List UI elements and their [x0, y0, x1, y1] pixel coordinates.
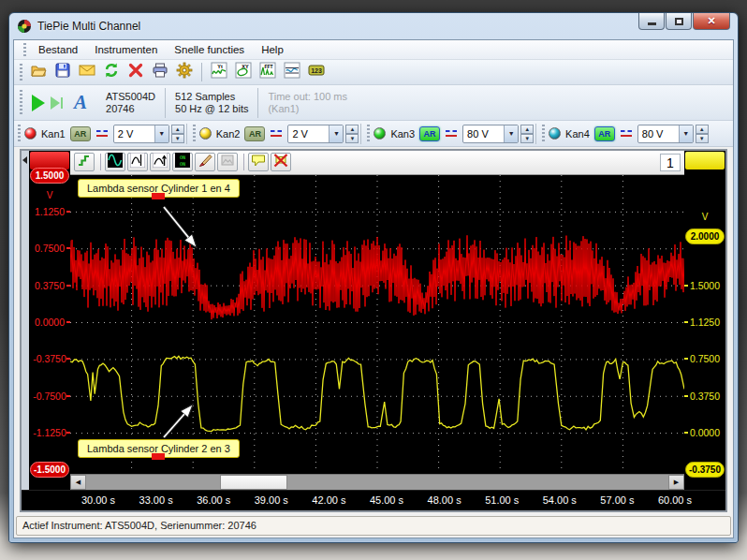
close-button[interactable]: ✕ — [693, 13, 730, 30]
dropdown-arrow-icon[interactable]: ▼ — [329, 125, 343, 142]
maximize-button[interactable] — [666, 13, 692, 30]
spinner-down-icon[interactable]: ▼ — [520, 134, 534, 143]
coupling-icon[interactable] — [445, 125, 458, 142]
annotation-label-2[interactable]: Lambda sensor Cylinder 2 en 3 — [78, 439, 240, 458]
spinner-up-icon[interactable]: ▲ — [171, 125, 184, 134]
menu-instrumenten[interactable]: Instrumenten — [86, 41, 166, 58]
xy-graph-button[interactable]: XY — [232, 61, 255, 82]
menu-help[interactable]: Help — [253, 41, 292, 58]
left-axis-max-label[interactable]: 1.5000 — [30, 168, 69, 184]
scroll-right-button[interactable]: ▶ — [668, 475, 684, 490]
pen-button[interactable] — [195, 153, 215, 171]
spinner-up-icon[interactable]: ▲ — [520, 125, 534, 134]
oneshot-measure-button[interactable] — [51, 96, 63, 110]
channel-led-indicator[interactable] — [24, 127, 37, 140]
coupling-icon[interactable] — [95, 125, 109, 142]
dropdown-arrow-icon[interactable]: ▼ — [154, 125, 168, 142]
range-select[interactable]: 80 V▼ — [462, 125, 519, 143]
autorange-button[interactable]: AR — [244, 126, 265, 141]
delete-labels-button[interactable] — [271, 153, 291, 171]
fft-graph-button[interactable]: FFT — [256, 61, 279, 82]
range-value: 80 V — [638, 128, 679, 140]
channel-led-indicator[interactable] — [549, 127, 561, 140]
add-label-button[interactable] — [248, 153, 269, 171]
autorange-button[interactable]: AR — [419, 126, 440, 141]
right-axis-min-label[interactable]: -0.3750 — [685, 462, 725, 478]
left-axis-min-label[interactable]: -1.5000 — [30, 462, 69, 478]
svg-text:ON: ON — [180, 161, 185, 167]
client-area: BestandInstrumentenSnelle functiesHelp Y… — [13, 39, 734, 538]
meter-button[interactable] — [281, 61, 303, 82]
autorange-button[interactable]: AR — [594, 126, 615, 141]
range-spinner[interactable]: ▲▼ — [696, 125, 709, 143]
save-button[interactable] — [51, 61, 74, 82]
scrollbar-thumb[interactable] — [220, 475, 287, 490]
time-tick-label: 30.00 s — [81, 494, 115, 506]
time-tick-label: 45.00 s — [370, 494, 403, 506]
minimize-button[interactable] — [638, 13, 665, 30]
annotation-handle[interactable] — [152, 193, 165, 199]
cursor-button[interactable] — [127, 153, 148, 171]
spinner-down-icon[interactable]: ▼ — [696, 134, 709, 143]
email-button[interactable] — [76, 61, 98, 82]
right-axis-tick: 1.5000 — [684, 280, 725, 291]
spinner-down-icon[interactable]: ▼ — [345, 134, 359, 143]
dropdown-arrow-icon[interactable]: ▼ — [679, 125, 693, 142]
refresh-button[interactable] — [100, 61, 123, 82]
spinner-up-icon[interactable]: ▲ — [696, 125, 709, 134]
channel-led-indicator[interactable] — [199, 127, 212, 140]
channel-kan1: Kan1AR2 V▼▲▼ — [14, 121, 184, 145]
annotation-arrow — [164, 207, 196, 246]
right-axis-unit: V — [684, 212, 725, 222]
title-bar[interactable]: TiePie Multi Channel ✕ — [9, 13, 738, 39]
right-axis-max-label[interactable]: 2.0000 — [685, 228, 725, 244]
dropdown-arrow-icon[interactable]: ▼ — [504, 125, 518, 142]
print-button[interactable] — [149, 61, 171, 82]
menu-snelle-functies[interactable]: Snelle functies — [166, 41, 253, 58]
step-mode-icon — [77, 153, 92, 171]
time-tick-label: 42.00 s — [312, 494, 345, 506]
range-select[interactable]: 80 V▼ — [637, 125, 694, 143]
axis-splitter[interactable] — [22, 151, 29, 490]
coupling-icon[interactable] — [270, 125, 283, 142]
plot-area[interactable]: Lambda sensor Cylinder 1 en 4 Lambda sen… — [70, 175, 684, 474]
right-axis-tick: 0.7500 — [684, 353, 725, 364]
autosetup-button[interactable]: A — [74, 91, 87, 114]
scrollbar-track[interactable] — [86, 475, 668, 490]
status-text: Actief Instrument: ATS5004D, Serienummer… — [22, 520, 256, 531]
menu-bestand[interactable]: Bestand — [30, 41, 86, 58]
left-axis-kan1: 1.5000V1.12500.75000.37500.0000-0.3750-0… — [29, 151, 70, 490]
range-select[interactable]: 2 V▼ — [113, 125, 169, 143]
start-measure-button[interactable] — [32, 95, 45, 111]
on-on-button[interactable]: ONON — [172, 153, 193, 171]
channel-led-indicator[interactable] — [374, 127, 386, 140]
autoscale-button[interactable] — [150, 153, 170, 171]
instrument-grip — [20, 90, 22, 114]
annotation-label-1[interactable]: Lambda sensor Cylinder 1 en 4 — [78, 179, 240, 198]
timeout-info: Time out: 100 ms (Kan1) — [258, 91, 357, 115]
sine-display-button[interactable] — [105, 153, 125, 171]
range-spinner[interactable]: ▲▼ — [171, 125, 184, 143]
spinner-down-icon[interactable]: ▼ — [171, 134, 184, 143]
left-axis-handle[interactable] — [30, 152, 69, 169]
range-spinner[interactable]: ▲▼ — [520, 125, 534, 143]
annotation-handle[interactable] — [152, 453, 165, 460]
coupling-icon[interactable] — [620, 125, 633, 142]
open-folder-icon — [30, 62, 47, 82]
yt-graph-button[interactable]: Yt — [208, 61, 230, 82]
numeric-display-button[interactable]: 123 — [305, 61, 328, 82]
settings-button[interactable] — [173, 61, 196, 82]
export-image-button[interactable] — [217, 153, 238, 171]
autorange-button[interactable]: AR — [70, 126, 91, 141]
scroll-left-button[interactable]: ◀ — [70, 475, 86, 490]
annotation-arrow — [164, 405, 192, 437]
left-axis-tick: -1.1250 — [29, 427, 70, 438]
range-spinner[interactable]: ▲▼ — [345, 125, 359, 143]
spinner-up-icon[interactable]: ▲ — [345, 125, 359, 134]
step-mode-button[interactable] — [74, 153, 95, 171]
left-axis-tick: 1.1250 — [29, 206, 70, 217]
open-folder-button[interactable] — [27, 61, 50, 82]
range-select[interactable]: 2 V▼ — [287, 125, 344, 143]
delete-button[interactable] — [124, 61, 147, 82]
right-axis-handle[interactable] — [685, 152, 725, 169]
